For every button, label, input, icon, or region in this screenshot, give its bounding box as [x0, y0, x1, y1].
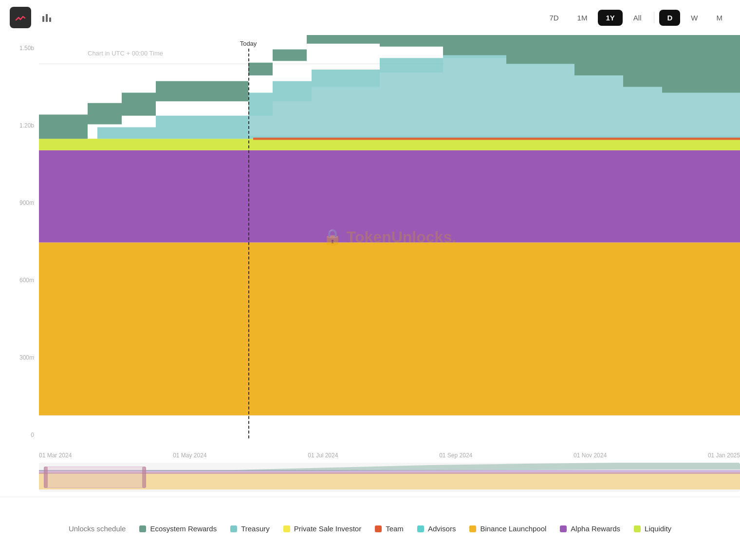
y-label-300: 300m: [5, 354, 34, 361]
legend-item-advisors: Advisors: [417, 524, 456, 533]
scrollbar-area[interactable]: [39, 463, 740, 492]
scrollbar-fill[interactable]: [44, 467, 146, 488]
today-line: [248, 49, 249, 438]
legend-label-private-sale: Private Sale Investor: [294, 524, 361, 533]
legend-dot-alpha: [560, 525, 567, 532]
legend-item-team: Team: [375, 524, 404, 533]
scrollbar-handle-left[interactable]: [44, 467, 48, 488]
interval-m-button[interactable]: M: [709, 10, 731, 26]
legend-label-advisors: Advisors: [428, 524, 456, 533]
chart-inner: 1.50b 1.20b 900m 600m 300m 0 Chart in UT…: [0, 35, 740, 463]
legend-dot-private-sale: [283, 525, 290, 532]
x-axis: 01 Mar 2024 01 May 2024 01 Jul 2024 01 S…: [39, 438, 740, 463]
chart-subtitle: Chart in UTC + 00:00 Time: [88, 50, 163, 57]
chart-svg: [39, 35, 740, 438]
legend-area: Unlocks schedule Ecosystem Rewards Treas…: [0, 497, 740, 560]
header: 7D 1M 1Y All D W M: [0, 0, 740, 35]
legend-item-treasury: Treasury: [230, 524, 270, 533]
chart-canvas[interactable]: Chart in UTC + 00:00 Time Today 🔒 TokenU…: [39, 35, 740, 438]
legend-item-ecosystem: Ecosystem Rewards: [139, 524, 217, 533]
legend-dot-treasury: [230, 525, 237, 532]
header-right: 7D 1M 1Y All D W M: [541, 10, 730, 26]
y-label-150: 1.50b: [5, 45, 34, 52]
legend-item-private-sale: Private Sale Investor: [283, 524, 361, 533]
separator: [654, 12, 654, 23]
y-label-0: 0: [5, 432, 34, 438]
today-label: Today: [240, 40, 257, 47]
x-label-nov: 01 Nov 2024: [574, 452, 607, 459]
legend-item-liquidity: Liquidity: [634, 524, 671, 533]
header-left: [10, 7, 57, 28]
legend-dot-advisors: [417, 525, 424, 532]
time-all-button[interactable]: All: [626, 10, 649, 26]
scrollbar-track[interactable]: [39, 463, 740, 492]
time-7d-button[interactable]: 7D: [541, 10, 566, 26]
interval-d-button[interactable]: D: [659, 10, 680, 26]
svg-rect-9: [39, 242, 740, 415]
time-1m-button[interactable]: 1M: [570, 10, 595, 26]
svg-rect-10: [39, 150, 740, 242]
logo-button[interactable]: [10, 7, 31, 28]
time-1y-button[interactable]: 1Y: [598, 10, 622, 26]
svg-rect-2: [49, 18, 51, 22]
legend-item-alpha: Alpha Rewards: [560, 524, 620, 533]
svg-rect-11: [39, 139, 740, 150]
scrollbar-handle-right[interactable]: [142, 467, 146, 488]
x-label-mar: 01 Mar 2024: [39, 452, 72, 459]
svg-rect-15: [253, 138, 740, 140]
legend-dot-ecosystem: [139, 525, 146, 532]
x-label-jul: 01 Jul 2024: [308, 452, 338, 459]
legend-dot-binance: [469, 525, 476, 532]
legend-label-treasury: Treasury: [241, 524, 270, 533]
legend-label-alpha: Alpha Rewards: [571, 524, 620, 533]
y-label-900: 900m: [5, 199, 34, 206]
x-label-jan: 01 Jan 2025: [708, 452, 740, 459]
chart-area: 1.50b 1.20b 900m 600m 300m 0 Chart in UT…: [0, 35, 740, 463]
svg-rect-0: [42, 16, 44, 22]
bar-chart-button[interactable]: [36, 7, 57, 28]
svg-rect-1: [46, 14, 48, 22]
legend-item-binance: Binance Launchpool: [469, 524, 546, 533]
y-axis: 1.50b 1.20b 900m 600m 300m 0: [0, 35, 39, 438]
y-label-600: 600m: [5, 277, 34, 284]
legend-label-binance: Binance Launchpool: [480, 524, 546, 533]
legend-label-liquidity: Liquidity: [645, 524, 671, 533]
x-label-sep: 01 Sep 2024: [439, 452, 472, 459]
x-label-may: 01 May 2024: [173, 452, 206, 459]
legend-label-ecosystem: Ecosystem Rewards: [150, 524, 217, 533]
y-label-120: 1.20b: [5, 122, 34, 129]
legend-label-team: Team: [386, 524, 404, 533]
legend-dot-team: [375, 525, 382, 532]
legend-title: Unlocks schedule: [69, 524, 126, 533]
legend-dot-liquidity: [634, 525, 641, 532]
interval-w-button[interactable]: W: [683, 10, 705, 26]
